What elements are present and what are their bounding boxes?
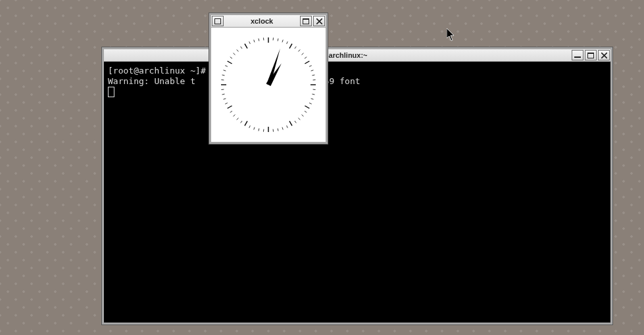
svg-line-29 [309,103,312,104]
svg-line-57 [222,75,225,76]
xclock-window[interactable]: xclock [209,13,328,144]
maximize-button[interactable] [585,50,597,60]
svg-line-35 [289,121,292,125]
svg-line-60 [228,61,232,64]
close-icon [316,18,322,24]
window-menu-icon [214,18,221,24]
svg-line-47 [237,118,239,120]
svg-line-63 [237,49,239,51]
xclock-close-button[interactable] [313,16,325,26]
svg-line-43 [254,127,255,130]
svg-line-14 [287,41,288,44]
svg-line-53 [222,94,225,95]
svg-line-22 [311,70,314,71]
maximize-icon [303,18,309,24]
svg-line-66 [249,41,251,44]
minimize-icon [574,53,581,58]
svg-line-48 [233,115,235,117]
terminal-title: root@archlinux:~ [104,49,571,61]
svg-line-23 [312,75,315,76]
svg-line-31 [305,111,307,112]
svg-line-65 [245,44,247,49]
svg-rect-5 [215,18,221,24]
xclock-body [211,28,326,142]
svg-line-42 [259,129,259,131]
svg-line-36 [287,125,288,128]
svg-line-51 [225,103,228,104]
svg-line-13 [282,40,283,43]
minimize-button[interactable] [572,50,583,60]
svg-line-33 [299,118,301,120]
svg-line-50 [228,106,232,108]
svg-line-12 [278,39,278,41]
analog-clock [216,32,321,137]
svg-line-62 [233,53,235,55]
xclock-title: xclock [224,15,299,27]
xclock-maximize-button[interactable] [300,16,312,26]
terminal-cursor [108,87,114,97]
svg-line-64 [241,47,242,49]
svg-line-59 [225,66,228,67]
svg-line-28 [311,99,314,99]
svg-line-27 [312,94,315,95]
svg-line-45 [245,121,247,125]
svg-line-61 [230,57,232,58]
svg-line-34 [295,121,296,123]
svg-rect-0 [574,56,581,58]
svg-line-17 [299,49,301,51]
close-icon [601,53,607,58]
svg-rect-7 [303,18,309,20]
terminal-window[interactable]: root@archlinux:~ [root@archlinux ~]# xcl… [102,47,612,324]
svg-rect-2 [587,53,594,54]
svg-line-49 [230,111,232,112]
svg-line-16 [295,47,296,49]
svg-line-18 [302,53,304,55]
svg-line-46 [241,121,242,123]
mouse-cursor [447,28,456,41]
svg-line-30 [305,106,309,108]
xclock-titlebar[interactable]: xclock [211,15,326,28]
svg-line-19 [305,57,307,58]
svg-line-37 [282,127,283,130]
close-button[interactable] [598,50,610,60]
svg-line-67 [254,40,255,43]
svg-line-58 [224,70,226,71]
window-menu-button[interactable] [212,16,224,26]
svg-line-44 [249,125,251,128]
desktop: root@archlinux:~ [root@archlinux ~]# xcl… [0,0,644,335]
svg-line-52 [224,99,226,99]
svg-line-38 [278,129,278,131]
terminal-body[interactable]: [root@archlinux ~]# xclock & Warning: Un… [104,62,610,323]
svg-line-32 [302,115,304,117]
svg-line-20 [305,61,309,64]
svg-line-15 [289,44,292,49]
svg-line-21 [309,66,312,67]
terminal-titlebar[interactable]: root@archlinux:~ [104,49,610,62]
svg-line-68 [259,39,259,41]
terminal-line-2-left: Warning: Unable t [108,76,195,86]
maximize-icon [587,53,594,58]
